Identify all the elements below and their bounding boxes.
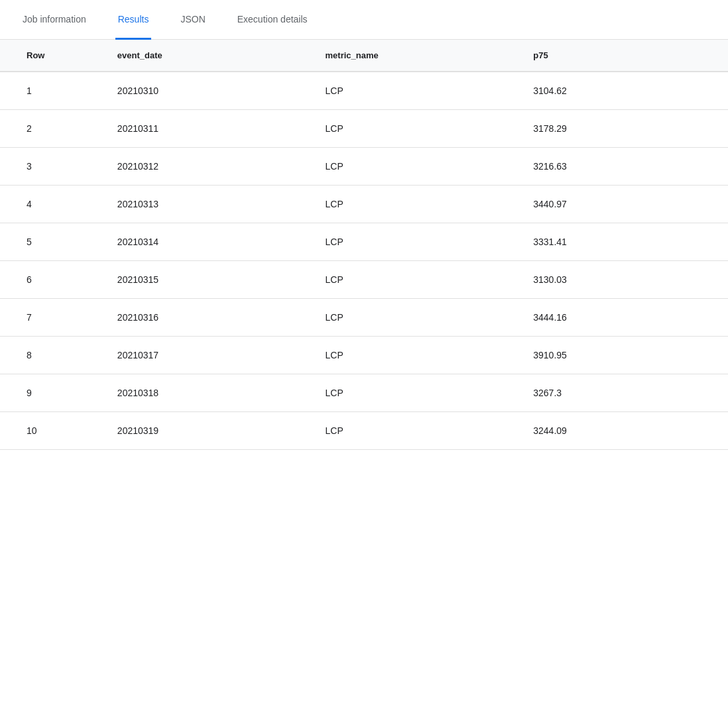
table-row: 320210312LCP3216.63 [0, 148, 728, 186]
cell-event-date: 20210316 [104, 299, 312, 337]
cell-p75: 3104.62 [520, 72, 728, 110]
cell-metric-name: LCP [312, 186, 520, 223]
cell-metric-name: LCP [312, 72, 520, 110]
cell-row: 6 [0, 261, 104, 299]
cell-event-date: 20210312 [104, 148, 312, 186]
table-row: 720210316LCP3444.16 [0, 299, 728, 337]
cell-p75: 3178.29 [520, 110, 728, 148]
cell-row: 10 [0, 412, 104, 450]
col-header-metric-name: metric_name [312, 40, 520, 72]
tab-json[interactable]: JSON [178, 1, 208, 40]
table-row: 820210317LCP3910.95 [0, 337, 728, 374]
cell-event-date: 20210319 [104, 412, 312, 450]
cell-metric-name: LCP [312, 374, 520, 412]
cell-metric-name: LCP [312, 148, 520, 186]
table-row: 520210314LCP3331.41 [0, 223, 728, 261]
col-header-row: Row [0, 40, 104, 72]
cell-p75: 3444.16 [520, 299, 728, 337]
table-row: 1020210319LCP3244.09 [0, 412, 728, 450]
cell-p75: 3910.95 [520, 337, 728, 374]
cell-event-date: 20210311 [104, 110, 312, 148]
cell-p75: 3130.03 [520, 261, 728, 299]
cell-event-date: 20210315 [104, 261, 312, 299]
cell-p75: 3216.63 [520, 148, 728, 186]
cell-event-date: 20210318 [104, 374, 312, 412]
table-container: Row event_date metric_name p75 120210310… [0, 40, 728, 450]
cell-p75: 3331.41 [520, 223, 728, 261]
table-row: 220210311LCP3178.29 [0, 110, 728, 148]
cell-event-date: 20210313 [104, 186, 312, 223]
cell-p75: 3440.97 [520, 186, 728, 223]
tabs-container: Job information Results JSON Execution d… [0, 0, 728, 40]
cell-event-date: 20210314 [104, 223, 312, 261]
cell-event-date: 20210310 [104, 72, 312, 110]
cell-row: 2 [0, 110, 104, 148]
cell-row: 7 [0, 299, 104, 337]
cell-metric-name: LCP [312, 110, 520, 148]
tab-job-information[interactable]: Job information [20, 1, 89, 40]
tab-execution-details[interactable]: Execution details [235, 1, 310, 40]
col-header-event-date: event_date [104, 40, 312, 72]
cell-metric-name: LCP [312, 337, 520, 374]
table-row: 120210310LCP3104.62 [0, 72, 728, 110]
cell-row: 1 [0, 72, 104, 110]
table-row: 420210313LCP3440.97 [0, 186, 728, 223]
cell-row: 8 [0, 337, 104, 374]
table-header-row: Row event_date metric_name p75 [0, 40, 728, 72]
cell-row: 4 [0, 186, 104, 223]
cell-metric-name: LCP [312, 223, 520, 261]
table-row: 920210318LCP3267.3 [0, 374, 728, 412]
cell-metric-name: LCP [312, 412, 520, 450]
cell-p75: 3267.3 [520, 374, 728, 412]
tab-results[interactable]: Results [115, 1, 152, 40]
cell-row: 3 [0, 148, 104, 186]
cell-row: 9 [0, 374, 104, 412]
cell-event-date: 20210317 [104, 337, 312, 374]
cell-row: 5 [0, 223, 104, 261]
col-header-p75: p75 [520, 40, 728, 72]
cell-metric-name: LCP [312, 261, 520, 299]
cell-metric-name: LCP [312, 299, 520, 337]
table-row: 620210315LCP3130.03 [0, 261, 728, 299]
cell-p75: 3244.09 [520, 412, 728, 450]
results-table: Row event_date metric_name p75 120210310… [0, 40, 728, 450]
